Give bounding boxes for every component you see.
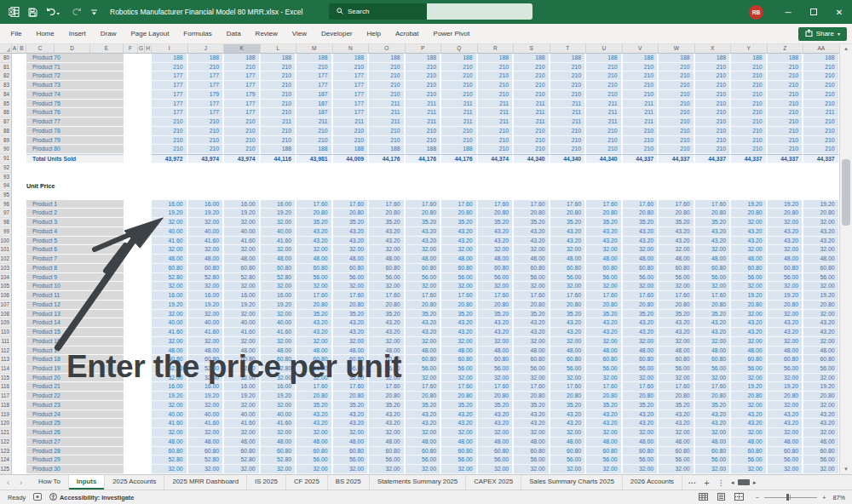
sheet-tab-2026-accounts[interactable]: 2026 Accounts (623, 475, 682, 490)
sheet-tab-2025-mrr-dashboard[interactable]: 2025 MRR Dashboard (164, 475, 247, 490)
sheet-tab-is-2025[interactable]: IS 2025 (247, 475, 286, 490)
tab-scroll-left-icon[interactable]: ‹ (7, 478, 9, 487)
sheet-tab-bar: ‹ › How ToInputs2025 Accounts2025 MRR Da… (0, 474, 852, 490)
ribbon-tab-power-pivot[interactable]: Power Pivot (426, 24, 477, 43)
zoom-level[interactable]: 87% (832, 494, 845, 501)
minimize-icon[interactable]: ─ (775, 0, 801, 24)
ribbon-tab-review[interactable]: Review (248, 24, 285, 43)
tab-menu-icon[interactable]: ⋮ (717, 478, 725, 487)
horizontal-scrollbar[interactable]: ◄ ► (730, 475, 757, 490)
ribbon-tab-developer[interactable]: Developer (314, 24, 360, 43)
ribbon-tab-data[interactable]: Data (219, 24, 248, 43)
zoom-slider-thumb[interactable] (786, 494, 789, 501)
undo-icon[interactable] (46, 8, 60, 17)
scroll-down-icon[interactable]: ▼ (840, 465, 852, 474)
search-box[interactable]: Search (329, 3, 532, 20)
sheet-tab-sales-summary-charts-2025[interactable]: Sales Summary Charts 2025 (521, 475, 623, 490)
customize-qat-icon[interactable] (90, 9, 98, 16)
accessibility-icon (49, 493, 57, 502)
accessibility-label: Accessibility: Investigate (60, 494, 134, 501)
tab-overflow-indicator[interactable]: ••• (688, 480, 696, 485)
annotation-arrow-shape[interactable] (0, 44, 852, 474)
worksheet-grid: ABCDEFGHIJKLMNOPQRSTUVWXYZAA 80Product 7… (0, 44, 852, 474)
excel-app-icon[interactable] (9, 7, 20, 17)
quick-access-toolbar (0, 7, 98, 17)
page-break-view-icon[interactable] (734, 493, 744, 502)
ribbon-tab-bar: FileHomeInsertDrawPage LayoutFormulasDat… (0, 24, 852, 44)
search-icon (337, 8, 343, 16)
ribbon-tab-home[interactable]: Home (29, 24, 61, 43)
share-button[interactable]: Share ▾ (798, 27, 847, 41)
new-sheet-button[interactable]: + (704, 478, 709, 488)
zoom-out-button[interactable]: − (756, 494, 759, 501)
sheet-tab-2025-accounts[interactable]: 2025 Accounts (105, 475, 164, 490)
scroll-right-icon[interactable]: ► (752, 480, 757, 485)
ribbon-tabs: FileHomeInsertDrawPage LayoutFormulasDat… (0, 24, 477, 43)
close-icon[interactable]: ✕ (826, 0, 852, 24)
ribbon-tab-formulas[interactable]: Formulas (176, 24, 219, 43)
title-bar: Robotics Manufacturer Financial Model 80… (0, 0, 852, 24)
ribbon-tab-acrobat[interactable]: Acrobat (388, 24, 426, 43)
sheet-tab-inputs[interactable]: Inputs (69, 475, 105, 490)
page-layout-view-icon[interactable] (717, 493, 726, 502)
window-title: Robotics Manufacturer Financial Model 80… (110, 8, 302, 16)
share-dropdown-icon: ▾ (838, 31, 840, 37)
annotation-text[interactable]: Enter the price per unit (66, 349, 401, 385)
sheet-tab-strip: How ToInputs2025 Accounts2025 MRR Dashbo… (31, 475, 682, 490)
vertical-scrollbar[interactable]: ▲ ▼ (839, 44, 852, 474)
save-icon[interactable] (28, 8, 37, 17)
zoom-in-button[interactable]: + (822, 494, 826, 501)
accessibility-status[interactable]: Accessibility: Investigate (49, 493, 134, 502)
sheet-tab-bs-2025[interactable]: BS 2025 (328, 475, 370, 490)
ready-status: Ready (8, 494, 26, 501)
sheet-tab-statements-summary-2025[interactable]: Statements Summary 2025 (370, 475, 466, 490)
ribbon-tab-file[interactable]: File (3, 24, 29, 43)
ribbon-tab-view[interactable]: View (285, 24, 314, 43)
tab-scroll-right-icon[interactable]: › (20, 478, 22, 487)
search-placeholder: Search (348, 8, 369, 15)
scroll-up-icon[interactable]: ▲ (840, 44, 852, 54)
share-icon (805, 29, 813, 38)
macro-record-icon[interactable] (33, 493, 42, 502)
horizontal-scrollbar-thumb[interactable] (738, 479, 750, 485)
share-label: Share (816, 30, 834, 37)
vertical-scrollbar-thumb[interactable] (842, 159, 850, 226)
search-input[interactable] (427, 3, 532, 20)
normal-view-icon[interactable] (699, 493, 708, 502)
redo-icon[interactable] (68, 8, 82, 17)
maximize-icon[interactable] (801, 0, 826, 24)
sheet-tab-how-to[interactable]: How To (31, 475, 69, 490)
sheet-tab-capex-2025[interactable]: CAPEX 2025 (466, 475, 521, 490)
account-avatar[interactable]: RB (749, 5, 763, 20)
ribbon-tab-insert[interactable]: Insert (61, 24, 93, 43)
sheet-tab-cf-2025[interactable]: CF 2025 (286, 475, 328, 490)
ribbon-tab-draw[interactable]: Draw (93, 24, 124, 43)
ribbon-tab-page-layout[interactable]: Page Layout (124, 24, 176, 43)
ribbon-tab-help[interactable]: Help (360, 24, 388, 43)
zoom-slider[interactable] (764, 497, 817, 498)
scroll-left-icon[interactable]: ◄ (730, 480, 735, 485)
status-bar: Ready Accessibility: Investigate − (0, 490, 852, 504)
